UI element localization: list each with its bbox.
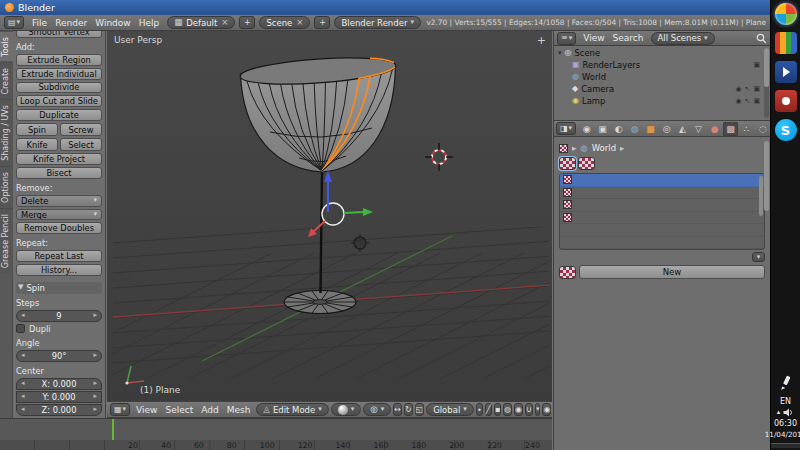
angle-field[interactable]: ◂ 90° ▸ (16, 350, 102, 362)
texture-slot-row[interactable] (560, 199, 764, 212)
add-scene-button[interactable]: + (314, 16, 330, 29)
scene-selector[interactable]: Scene × (259, 16, 310, 29)
menu-file[interactable]: File (28, 18, 51, 28)
menu-help[interactable]: Help (135, 18, 164, 28)
dupli-checkbox[interactable]: Dupli (16, 324, 102, 334)
vp-menu-select[interactable]: Select (161, 405, 197, 415)
3d-cursor[interactable] (425, 143, 453, 171)
smooth-vertex-button[interactable]: Smooth Vertex (16, 31, 102, 38)
transform-orientation-selector[interactable]: Global ▾ (426, 403, 474, 416)
outliner-menu-view[interactable]: View (579, 33, 608, 43)
knife-project-button[interactable]: Knife Project (16, 153, 102, 165)
glass-stem[interactable] (321, 171, 323, 293)
increment-icon[interactable]: ▸ (93, 393, 97, 400)
other-texture-context-button[interactable] (578, 157, 595, 170)
tab-object[interactable]: ■ (643, 122, 658, 136)
snap-toggle-button[interactable]: ∪ (525, 403, 533, 416)
render-toggle-icon[interactable]: ▣ (753, 86, 760, 93)
remove-doubles-button[interactable]: Remove Doubles (16, 222, 102, 234)
skype-icon[interactable]: S (775, 119, 797, 141)
outliner-item-lamp[interactable]: ◉ Lamp ◉ ↖ ▣ (554, 95, 762, 107)
tablet-pen-icon[interactable] (779, 375, 793, 391)
decrement-icon[interactable]: ◂ (21, 380, 25, 387)
scale-manipulator-toggle[interactable]: ◱ (415, 403, 425, 416)
world-texture-context-button[interactable] (559, 157, 576, 170)
vp-menu-view[interactable]: View (132, 405, 161, 415)
merge-menu-button[interactable]: Merge ▾ (16, 209, 102, 221)
loop-cut-button[interactable]: Loop Cut and Slide (16, 95, 102, 107)
menu-render[interactable]: Render (51, 18, 91, 28)
duplicate-button[interactable]: Duplicate (16, 109, 102, 121)
show-hidden-icons-arrow[interactable]: ▴ (777, 409, 781, 416)
tab-render[interactable]: ◉ (579, 122, 594, 136)
close-icon[interactable]: × (296, 18, 303, 27)
tab-texture[interactable]: ▩ (723, 122, 738, 136)
viewport-shading-selector[interactable]: ▾ (331, 403, 362, 416)
center-y-field[interactable]: ◂ Y: 0.000 ▸ (16, 391, 102, 403)
spin-button[interactable]: Spin (16, 123, 58, 136)
knife-button[interactable]: Knife (16, 138, 58, 151)
shelf-tab-tools[interactable]: Tools (0, 31, 13, 62)
tab-modifiers[interactable]: ◭ (675, 122, 690, 136)
3d-viewport[interactable]: User Persp (1) Plane + (107, 31, 552, 401)
selectability-cursor-icon[interactable]: ↖ (745, 98, 751, 105)
shelf-tab-grease-pencil[interactable]: Grease Pencil (0, 208, 13, 273)
spin-panel-header[interactable]: ▼ Spin (16, 282, 102, 294)
extrude-individual-button[interactable]: Extrude Individual (16, 68, 102, 80)
vertex-select-mode-button[interactable]: ∙ (476, 403, 483, 416)
editor-type-properties-button[interactable]: ◨ ▾ (556, 122, 576, 135)
edge-select-mode-button[interactable]: ╱ (485, 403, 492, 416)
outliner-scrollbar[interactable] (764, 48, 769, 118)
properties-region-toggle[interactable]: + (537, 35, 546, 46)
opengl-render-button[interactable]: ◉ (542, 403, 551, 416)
wine-glass-mesh[interactable] (239, 54, 396, 314)
translate-manipulator-toggle[interactable]: ↔ (393, 403, 402, 416)
tab-constraints[interactable]: ◎ (659, 122, 674, 136)
repeat-last-button[interactable]: Repeat Last (16, 250, 102, 262)
texture-slot-row[interactable] (560, 224, 764, 237)
tab-render-layers[interactable]: ▣ (595, 122, 610, 136)
translate-manipulator[interactable] (308, 171, 373, 237)
history-button[interactable]: History... (16, 264, 102, 276)
add-screen-layout-button[interactable]: + (239, 16, 255, 29)
texture-slot-row[interactable] (560, 187, 764, 200)
new-texture-button[interactable]: New (579, 265, 765, 279)
visibility-eye-icon[interactable]: ◉ (735, 98, 741, 105)
texture-datablock-icon[interactable] (559, 266, 576, 279)
texture-slot-row-selected[interactable] (560, 174, 764, 187)
list-specials-button[interactable]: ▾ (752, 252, 765, 262)
limit-to-visible-button[interactable]: ◍ (503, 403, 512, 416)
increment-icon[interactable]: ▸ (93, 380, 97, 387)
vp-menu-add[interactable]: Add (197, 405, 222, 415)
decrement-icon[interactable]: ◂ (21, 406, 25, 413)
outliner-item-world[interactable]: ◍ World (554, 71, 762, 83)
show-desktop-button[interactable] (771, 443, 800, 448)
editor-type-outliner-button[interactable]: ≡ ▾ (557, 32, 576, 45)
rotate-manipulator-toggle[interactable]: ↻ (404, 403, 413, 416)
expand-icon[interactable]: ▾ (558, 50, 562, 57)
taskbar-app-player-icon[interactable] (775, 61, 797, 83)
visibility-eye-icon[interactable]: ◉ (735, 86, 741, 93)
outliner-display-mode-selector[interactable]: All Scenes ▾ (651, 32, 715, 45)
editor-type-3d-view-button[interactable]: ▦ ▾ (110, 403, 130, 416)
tab-world[interactable]: ◍ (627, 122, 642, 136)
tab-material[interactable]: ● (707, 122, 722, 136)
menu-window[interactable]: Window (91, 18, 135, 28)
center-z-field[interactable]: ◂ Z: 0.000 ▸ (16, 404, 102, 416)
outliner-menu-search[interactable]: Search (609, 33, 648, 43)
vp-menu-mesh[interactable]: Mesh (223, 405, 255, 415)
bisect-button[interactable]: Bisect (16, 167, 102, 179)
proportional-edit-button[interactable]: ◉ (514, 403, 523, 416)
windows-start-button[interactable] (775, 3, 797, 25)
selectability-cursor-icon[interactable]: ↖ (745, 86, 751, 93)
search-icon[interactable] (756, 33, 767, 44)
properties-scrollbar[interactable] (764, 141, 769, 211)
steps-field[interactable]: ◂ 9 ▸ (16, 310, 102, 322)
increment-icon[interactable]: ▸ (93, 352, 97, 359)
outliner-item-scene[interactable]: ▾ ◎ Scene (554, 47, 762, 59)
decrement-icon[interactable]: ◂ (21, 312, 25, 319)
window-titlebar[interactable]: Blender (0, 0, 770, 15)
face-select-mode-button[interactable]: ▪ (494, 403, 501, 416)
language-indicator[interactable]: EN (780, 397, 791, 406)
date[interactable]: 11/04/2014 (765, 430, 800, 439)
